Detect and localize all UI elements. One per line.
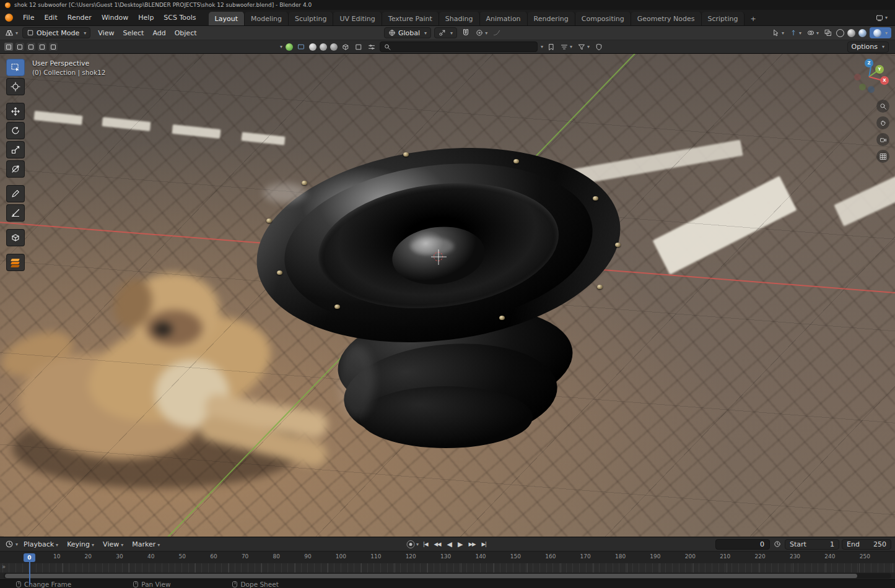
rotate-tool[interactable] <box>6 122 25 139</box>
select-mode-set-button[interactable] <box>4 42 14 51</box>
transform-tool[interactable] <box>6 160 25 178</box>
play-reverse-button[interactable]: ◀ <box>445 540 454 549</box>
move-tool[interactable] <box>6 103 25 120</box>
timeline-ruler[interactable]: 0102030405060708090100110120130140150160… <box>0 551 895 563</box>
editor-type-icon[interactable] <box>4 28 19 38</box>
y-axis-neg-ball[interactable] <box>859 84 866 90</box>
jump-to-start-button[interactable]: |◀ <box>421 540 430 548</box>
timeline-scrollbar-thumb[interactable] <box>5 574 857 578</box>
snap-target-dropdown[interactable] <box>434 27 457 38</box>
use-preview-range-button[interactable] <box>772 540 782 548</box>
menu-item[interactable]: Edit <box>39 10 62 25</box>
play-button[interactable]: ▶ <box>455 540 465 549</box>
proportional-edit-icon[interactable] <box>474 28 489 37</box>
sphere-icon[interactable] <box>330 43 338 51</box>
filter-funnel-icon[interactable] <box>577 43 591 51</box>
xray-toggle[interactable] <box>823 28 833 37</box>
workspace-tab[interactable]: Scripting <box>702 12 745 25</box>
filter-chevron-icon[interactable]: ▾ <box>280 44 282 50</box>
select-mode-invert-button[interactable] <box>37 42 47 51</box>
add-cube-tool[interactable] <box>6 229 25 246</box>
keying-chevron-icon[interactable]: ▾ <box>416 542 419 547</box>
sliders-icon[interactable] <box>367 43 377 51</box>
select-box-tool[interactable] <box>6 59 25 76</box>
x-axis-neg-ball[interactable] <box>854 74 861 80</box>
viewport-menu-item[interactable]: Select <box>118 29 148 37</box>
viewport-3d[interactable]: User Perspective (0) Collection | shok12 <box>0 54 895 537</box>
x-axis-ball[interactable]: X <box>880 76 889 85</box>
sphere-icon[interactable] <box>320 43 327 51</box>
selectability-dropdown[interactable] <box>771 28 785 37</box>
timeline-scrollbar[interactable] <box>4 573 891 579</box>
prev-keyframe-button[interactable]: ◀◀ <box>431 540 443 548</box>
collection-filter-icon[interactable] <box>559 43 574 51</box>
menu-item[interactable]: Help <box>133 10 159 25</box>
current-frame-field[interactable]: 0 <box>715 539 770 550</box>
annotate-tool[interactable] <box>6 185 25 202</box>
select-mode-subtract-button[interactable] <box>26 42 36 51</box>
mode-dropdown[interactable]: Object Mode <box>22 27 90 38</box>
subwoofer-model[interactable] <box>245 140 635 452</box>
workspace-tab[interactable]: Layout <box>209 12 245 25</box>
shading-solid-button[interactable] <box>847 29 855 37</box>
shading-material-button[interactable] <box>858 29 867 37</box>
shading-wireframe-button[interactable] <box>836 29 844 37</box>
menu-item[interactable]: File <box>18 10 39 25</box>
auto-key-record-button[interactable] <box>406 540 414 548</box>
cursor-tool[interactable] <box>6 78 25 95</box>
workspace-tab[interactable]: UV Editing <box>333 12 382 25</box>
end-frame-field[interactable]: End250 <box>842 539 891 550</box>
timeline-editor-type-icon[interactable] <box>4 539 19 549</box>
z-axis-ball[interactable]: Z <box>865 59 873 67</box>
menu-item[interactable]: Window <box>97 10 133 25</box>
workspace-tab[interactable]: Geometry Nodes <box>631 12 702 25</box>
bookmark-icon[interactable] <box>546 43 556 51</box>
gizmos-dropdown[interactable] <box>788 28 803 37</box>
orientation-dropdown[interactable]: Global <box>384 27 431 38</box>
workspace-tab[interactable]: Animation <box>480 12 528 25</box>
display-icon[interactable] <box>296 43 306 51</box>
pan-button[interactable] <box>876 116 889 129</box>
start-frame-field[interactable]: Start1 <box>785 539 839 550</box>
workspace-tab[interactable]: Compositing <box>575 12 631 25</box>
playhead[interactable]: 0 <box>24 553 35 562</box>
viewport-menu-item[interactable]: Object <box>170 29 201 37</box>
zoom-button[interactable] <box>876 100 889 113</box>
workspace-tab[interactable]: Modeling <box>245 12 289 25</box>
timeline-menu-item[interactable]: Keying <box>63 540 98 548</box>
measure-tool[interactable] <box>6 204 25 222</box>
toggle-ortho-button[interactable] <box>876 150 889 163</box>
options-dropdown[interactable]: Options <box>847 41 889 53</box>
add-workspace-button[interactable]: + <box>744 12 761 25</box>
search-input[interactable] <box>394 43 533 50</box>
timeline-menu-item[interactable]: Playback <box>19 540 63 548</box>
workspace-tab[interactable]: Shading <box>439 12 480 25</box>
scale-tool[interactable] <box>6 141 25 158</box>
workspace-tab[interactable]: Sculpting <box>289 12 333 25</box>
menu-item[interactable]: Render <box>63 10 97 25</box>
next-keyframe-button[interactable]: ▶▶ <box>466 540 478 548</box>
cube-icon[interactable] <box>354 43 364 51</box>
workspace-tab[interactable]: Texture Paint <box>382 12 439 25</box>
axis-gizmo[interactable]: Z Y X <box>850 58 890 96</box>
z-axis-neg-ball[interactable] <box>868 86 875 93</box>
viewport-menu-item[interactable]: View <box>94 29 118 37</box>
workspace-tab[interactable]: Rendering <box>528 12 575 25</box>
shading-rendered-button[interactable] <box>870 27 891 38</box>
menu-item[interactable]: SCS Tools <box>159 10 201 25</box>
timeline-track[interactable]: » <box>0 563 895 573</box>
cube-icon[interactable] <box>341 43 351 51</box>
sphere-icon[interactable] <box>309 43 317 51</box>
viewport-menu-item[interactable]: Add <box>148 29 170 37</box>
shield-icon[interactable] <box>594 43 604 51</box>
y-axis-ball[interactable]: Y <box>875 65 884 74</box>
material-ball-icon[interactable] <box>286 43 293 51</box>
select-mode-extend-button[interactable] <box>15 42 25 51</box>
snap-magnet-toggle[interactable] <box>460 28 471 38</box>
region-overlap-icon[interactable]: » <box>2 563 6 570</box>
timeline-menu-item[interactable]: View <box>98 540 128 548</box>
timeline-menu-item[interactable]: Marker <box>128 540 164 548</box>
overlays-dropdown[interactable] <box>806 28 820 37</box>
scene-selector-icon[interactable] <box>875 14 889 22</box>
jump-to-end-button[interactable]: ▶| <box>479 540 489 548</box>
